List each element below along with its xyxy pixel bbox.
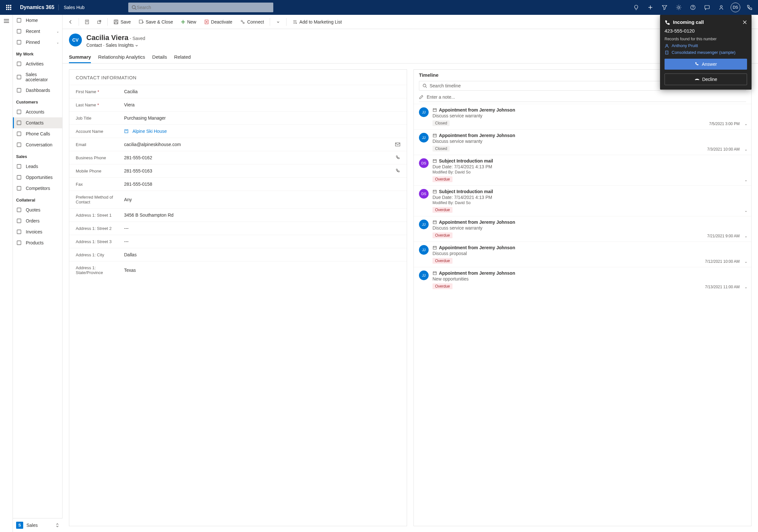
global-search[interactable] [128,3,273,12]
sidebar-item-phone calls[interactable]: Phone Calls [13,128,62,139]
field-account-name[interactable]: Account Name Alpine Ski House [69,124,407,138]
timeline-item[interactable]: JJ Appointment from Jeremy Johnson Discu… [414,241,751,267]
timeline-note-input[interactable]: Enter a note... [419,92,746,102]
svg-line-55 [426,87,427,88]
chat-icon[interactable] [700,0,714,15]
timeline-item[interactable]: DS Subject Introduction mail Due Date: 7… [414,185,751,216]
svg-point-43 [241,20,242,21]
field-address-1-street-2[interactable]: Address 1: Street 2 --- [69,222,407,235]
field-address-1-street-1[interactable]: Address 1: Street 1 3456 B Southampton R… [69,208,407,222]
field-last-name[interactable]: Last Name* Viera [69,98,407,111]
save-button[interactable]: Save [110,18,134,26]
contact-info-card: CONTACT INFORMATION First Name* Cacilia … [69,69,407,526]
clock-icon [16,28,22,34]
form-selector-icon[interactable] [82,17,92,27]
svg-line-1 [135,8,136,10]
sidebar-item-products[interactable]: Products [13,237,62,248]
phone-panel-icon[interactable] [742,0,757,15]
sidebar-item-sales accelerator[interactable]: Sales accelerator [13,69,62,85]
chevron-down-icon[interactable]: ⌄ [744,122,747,126]
tab-summary[interactable]: Summary [69,52,91,63]
close-call-popup[interactable] [742,20,747,24]
chevron-down-icon[interactable]: ⌄ [744,260,747,264]
area-switcher[interactable]: S Sales [13,518,62,532]
sidebar-item-contacts[interactable]: Contacts [13,117,62,128]
sidebar-item-leads[interactable]: Leads [13,161,62,172]
sidebar-item-pinned[interactable]: Pinned⌄ [13,37,62,48]
chevron-down-icon[interactable]: ⌄ [744,178,747,182]
phone-icon[interactable] [396,169,400,173]
field-business-phone[interactable]: Business Phone 281-555-0162 [69,151,407,164]
field-fax[interactable]: Fax 281-555-0158 [69,177,407,191]
chevron-down-icon[interactable]: ⌄ [744,209,747,213]
field-address-1-street-3[interactable]: Address 1: Street 3 --- [69,235,407,248]
field-first-name[interactable]: First Name* Cacilia [69,85,407,98]
decline-button[interactable]: Decline [665,74,747,85]
timeline-item[interactable]: JJ Appointment from Jeremy Johnson Discu… [414,104,751,129]
timeline-item[interactable]: JJ Appointment from Jeremy Johnson Discu… [414,216,751,241]
sidebar-item-competitors[interactable]: Competitors [13,183,62,194]
sidebar-nav: HomeRecent⌄Pinned⌄My WorkActivitiesSales… [13,15,62,532]
calendar-icon [432,159,437,163]
sidebar-item-orders[interactable]: Orders [13,215,62,226]
edit-icon [419,95,424,99]
section-collateral: Collateral [13,194,62,204]
timeline-item[interactable]: JJ Appointment from Jeremy Johnson New o… [414,267,751,293]
field-address-1-city[interactable]: Address 1: City Dallas [69,248,407,261]
new-button[interactable]: New [178,18,199,26]
section-sales: Sales [13,150,62,161]
record-status: - Saved [128,36,145,41]
sidebar-item-opportunities[interactable]: Opportunities [13,172,62,183]
svg-rect-36 [115,22,117,24]
tab-relationship analytics[interactable]: Relationship Analytics [98,52,145,63]
sidebar-item-activities[interactable]: Activities [13,58,62,69]
back-button[interactable] [65,17,76,27]
call-contact-link[interactable]: Anthony Pruitt [665,43,747,48]
field-email[interactable]: Email cacilia@alpineskihouse.com [69,138,407,151]
dash-icon [16,88,22,93]
sidebar-item-home[interactable]: Home [13,15,62,26]
hub-label[interactable]: Sales Hub [59,5,90,10]
filter-icon[interactable] [657,0,672,15]
search-input[interactable] [137,5,270,10]
svg-rect-26 [17,208,21,212]
sidebar-item-recent[interactable]: Recent⌄ [13,26,62,37]
chevron-down-icon[interactable]: ⌄ [744,147,747,152]
record-tabs: SummaryRelationship AnalyticsDetailsRela… [62,48,758,63]
help-icon[interactable] [686,0,700,15]
sidebar-item-conversation[interactable]: Conversation [13,139,62,150]
save-close-button[interactable]: Save & Close [135,18,176,26]
connect-button[interactable]: Connect [237,18,267,26]
popout-icon[interactable] [94,17,105,27]
sidebar-item-invoices[interactable]: Invoices [13,226,62,237]
timeline-item[interactable]: DS Subject Introduction mail Due Date: 7… [414,155,751,185]
phone-icon[interactable] [396,156,400,160]
settings-icon[interactable] [672,0,686,15]
chevron-down-icon[interactable]: ⌄ [744,234,747,238]
answer-button[interactable]: Answer [665,59,747,70]
plus-icon[interactable] [643,0,657,15]
call-account-link[interactable]: Consolidated messenger (sample) [665,50,747,55]
deactivate-button[interactable]: Deactivate [201,18,236,26]
app-launcher[interactable] [1,0,16,15]
sidebar-item-quotes[interactable]: Quotes [13,204,62,215]
sidebar-hamburger[interactable] [0,15,13,532]
sidebar-item-accounts[interactable]: Accounts [13,106,62,117]
field-address-1-state-province[interactable]: Address 1: State/Province Texas [69,261,407,279]
chevron-down-icon[interactable]: ⌄ [744,285,747,289]
field-job-title[interactable]: Job Title Purchasing Manager [69,111,407,124]
overflow-chevron[interactable] [273,17,284,27]
field-mobile-phone[interactable]: Mobile Phone 281-555-0163 [69,164,407,177]
tab-details[interactable]: Details [152,52,167,63]
mail-icon[interactable] [395,142,400,147]
timeline-item[interactable]: JJ Appointment from Jeremy Johnson Discu… [414,129,751,155]
field-preferred-method-of-contact[interactable]: Preferred Method of Contact Any [69,191,407,208]
tab-related[interactable]: Related [174,52,191,63]
user-avatar[interactable]: DS [728,0,742,15]
lightbulb-icon[interactable] [629,0,643,15]
user-initials: DS [731,3,740,12]
sidebar-item-dashboards[interactable]: Dashboards [13,85,62,96]
status-badge: Closed [432,146,450,152]
assistant-icon[interactable] [714,0,728,15]
add-marketing-button[interactable]: Add to Marketing List [289,18,345,26]
